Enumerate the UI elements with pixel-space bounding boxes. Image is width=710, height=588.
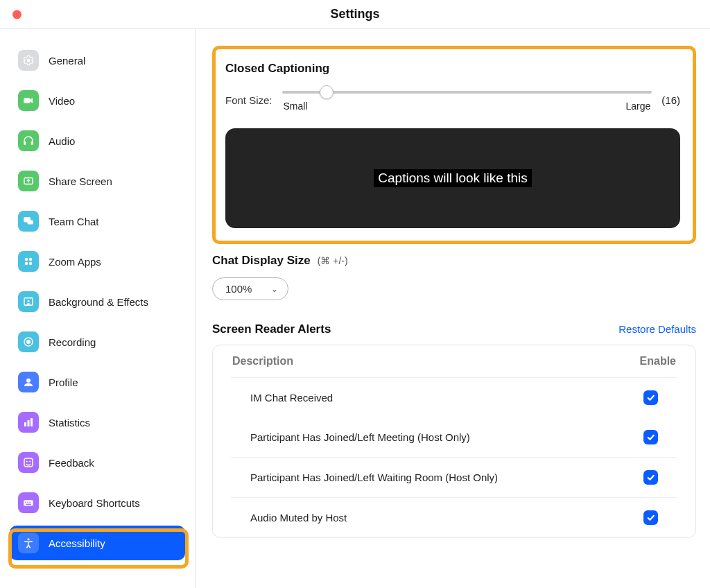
cc-title: Closed Captioning xyxy=(225,62,680,76)
sidebar-item-label: Recording xyxy=(49,336,96,348)
caption-preview-text: Captions will look like this xyxy=(374,169,531,187)
sidebar-item-audio[interactable]: Audio xyxy=(10,123,185,158)
svg-rect-6 xyxy=(28,220,33,225)
gear-icon xyxy=(18,50,39,71)
alert-enable-checkbox[interactable] xyxy=(643,430,658,444)
alert-row: Audio Muted by Host xyxy=(231,497,677,537)
sidebar-item-apps[interactable]: Zoom Apps xyxy=(10,244,185,279)
sidebar-item-bg[interactable]: Background & Effects xyxy=(10,284,185,319)
sidebar-item-label: Team Chat xyxy=(49,216,99,227)
window-close-dot[interactable] xyxy=(12,10,21,19)
alert-row: Participant Has Joined/Left Meeting (Hos… xyxy=(231,417,677,457)
font-size-value: (16) xyxy=(661,94,680,106)
svg-point-8 xyxy=(29,258,33,261)
alert-enable-checkbox[interactable] xyxy=(643,390,658,405)
chat-display-title: Chat Display Size xyxy=(212,254,311,268)
svg-rect-17 xyxy=(28,420,30,426)
font-size-slider[interactable]: Small Large xyxy=(282,88,652,112)
sidebar-item-video[interactable]: Video xyxy=(10,83,185,118)
svg-point-15 xyxy=(26,379,31,383)
svg-rect-2 xyxy=(24,141,26,145)
caption-preview: Captions will look like this xyxy=(225,128,680,228)
svg-rect-16 xyxy=(24,422,26,426)
slider-max-label: Large xyxy=(626,101,651,112)
sidebar-item-label: Keyboard Shortcuts xyxy=(49,497,140,509)
svg-rect-23 xyxy=(26,502,27,503)
chat-display-shortcut: (⌘ +/-) xyxy=(318,255,348,266)
screen-reader-alerts-table: Description Enable IM Chat ReceivedParti… xyxy=(212,345,696,538)
sidebar-item-label: Statistics xyxy=(49,417,90,429)
chat-display-size-select[interactable]: 100% ⌄ xyxy=(212,277,288,300)
alert-description: Audio Muted by Host xyxy=(250,512,347,524)
headphones-icon xyxy=(18,130,39,151)
sidebar-item-label: Background & Effects xyxy=(49,296,148,308)
chevron-down-icon: ⌄ xyxy=(271,284,278,294)
chat-display-size-value: 100% xyxy=(225,283,252,295)
svg-point-20 xyxy=(26,460,28,462)
svg-point-12 xyxy=(28,300,30,302)
screen-reader-alerts-title: Screen Reader Alerts xyxy=(212,322,331,336)
font-size-label: Font Size: xyxy=(225,94,272,106)
sidebar-item-share[interactable]: Share Screen xyxy=(10,164,185,198)
alert-enable-checkbox[interactable] xyxy=(643,470,658,485)
font-size-slider-thumb[interactable] xyxy=(320,85,334,99)
video-icon xyxy=(18,90,39,111)
alert-description: Participant Has Joined/Left Meeting (Hos… xyxy=(250,431,470,443)
alert-description: IM Chat Received xyxy=(250,392,333,404)
svg-point-27 xyxy=(28,538,30,540)
svg-rect-3 xyxy=(31,141,33,145)
svg-point-14 xyxy=(26,340,31,344)
feedback-icon xyxy=(18,452,39,473)
share-icon xyxy=(18,171,39,191)
sidebar-item-feedback[interactable]: Feedback xyxy=(10,445,185,480)
svg-rect-1 xyxy=(24,98,30,103)
sidebar-item-chat[interactable]: Team Chat xyxy=(10,204,185,239)
rec-icon xyxy=(18,331,39,352)
svg-rect-25 xyxy=(30,502,31,503)
svg-point-9 xyxy=(25,262,28,266)
profile-icon xyxy=(18,372,39,392)
sidebar-item-stats[interactable]: Statistics xyxy=(10,405,185,440)
col-description: Description xyxy=(232,355,293,368)
accessibility-icon xyxy=(18,533,39,553)
sidebar-item-label: Profile xyxy=(49,377,78,388)
alert-row: Participant Has Joined/Left Waiting Room… xyxy=(231,457,677,497)
restore-defaults-link[interactable]: Restore Defaults xyxy=(618,323,696,335)
alert-description: Participant Has Joined/Left Waiting Room… xyxy=(250,472,498,483)
sidebar-item-label: Zoom Apps xyxy=(49,256,101,268)
apps-icon xyxy=(18,251,39,272)
window-title: Settings xyxy=(330,7,379,21)
sidebar-item-profile[interactable]: Profile xyxy=(10,365,185,399)
svg-point-0 xyxy=(27,59,31,62)
sidebar-item-label: Video xyxy=(49,95,75,107)
svg-rect-26 xyxy=(26,504,31,505)
sidebar-item-label: Share Screen xyxy=(49,175,112,187)
sidebar-item-recording[interactable]: Recording xyxy=(10,325,185,359)
sidebar-item-general[interactable]: General xyxy=(10,43,185,78)
svg-point-10 xyxy=(29,262,33,266)
stats-icon xyxy=(18,412,39,433)
col-enable: Enable xyxy=(640,355,676,368)
svg-point-7 xyxy=(25,258,28,261)
sidebar-item-label: Feedback xyxy=(49,457,94,469)
sidebar-item-label: General xyxy=(49,55,85,67)
alert-enable-checkbox[interactable] xyxy=(643,510,658,525)
keyboard-icon xyxy=(18,492,39,513)
svg-rect-18 xyxy=(31,418,33,426)
slider-min-label: Small xyxy=(284,101,308,112)
sidebar: GeneralVideoAudioShare ScreenTeam ChatZo… xyxy=(0,29,196,588)
titlebar: Settings xyxy=(0,0,710,29)
svg-rect-24 xyxy=(28,502,29,503)
bg-icon xyxy=(18,291,39,312)
sidebar-item-accessibility[interactable]: Accessibility xyxy=(10,526,185,560)
sidebar-item-label: Accessibility xyxy=(49,537,105,549)
chat-icon xyxy=(18,211,39,232)
svg-point-21 xyxy=(29,460,31,462)
alert-row: IM Chat Received xyxy=(231,377,677,417)
sidebar-item-label: Audio xyxy=(49,135,75,147)
svg-rect-22 xyxy=(24,500,33,505)
tutorial-highlight-cc: Closed Captioning Font Size: Small Large… xyxy=(212,46,696,244)
table-header: Description Enable xyxy=(213,345,695,377)
content-pane: Closed Captioning Font Size: Small Large… xyxy=(196,29,710,588)
sidebar-item-keyboard[interactable]: Keyboard Shortcuts xyxy=(10,485,185,520)
